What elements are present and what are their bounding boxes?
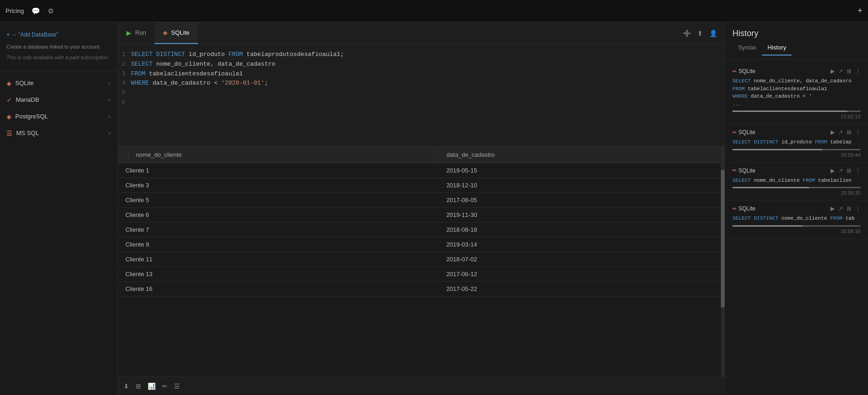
history-progress-bar bbox=[732, 187, 861, 188]
history-grid-icon[interactable]: ⊞ bbox=[847, 167, 851, 174]
history-time: 20:58:16 bbox=[732, 228, 861, 234]
history-open-icon[interactable]: ↗ bbox=[838, 129, 843, 136]
tab-actions: ➕ ⬆ 👤 bbox=[683, 22, 725, 44]
history-entry: ✏ SQLite ▶ ↗ ⊞ ⋮ SELECT nome_do_cliente,… bbox=[725, 63, 868, 124]
add-database-button[interactable]: + → "Add DataBase" bbox=[0, 28, 118, 42]
history-run-icon[interactable]: ▶ bbox=[831, 167, 835, 174]
history-more-icon[interactable]: ⋮ bbox=[855, 68, 861, 74]
history-time: 21:02:19 bbox=[732, 114, 861, 119]
history-entry: ✏ SQLite ▶ ↗ ⊞ ⋮ SELECT DISTINCT id_prod… bbox=[725, 124, 868, 163]
history-grid-icon[interactable]: ⊞ bbox=[847, 205, 851, 212]
tab-share-icon[interactable]: ⬆ bbox=[697, 30, 703, 37]
sidebar-notice: This is only available with a paid subsc… bbox=[0, 52, 118, 67]
history-open-icon[interactable]: ↗ bbox=[838, 68, 843, 74]
history-more-icon[interactable]: ⋮ bbox=[855, 129, 861, 136]
col-header-nome: ⋮ nome_do_cliente bbox=[118, 147, 439, 163]
history-time: 20:59:44 bbox=[732, 152, 861, 158]
history-open-icon[interactable]: ↗ bbox=[838, 167, 843, 174]
col-header-data: data_de_cadastro bbox=[439, 147, 725, 163]
mariadb-label: MariaDB bbox=[16, 96, 39, 103]
history-entry-db: ✏ SQLite bbox=[732, 68, 756, 74]
tab-syntax[interactable]: Syntax bbox=[732, 42, 762, 56]
settings-icon[interactable]: ⚙ bbox=[48, 7, 54, 15]
history-db-icon: ✏ bbox=[732, 167, 737, 173]
history-more-icon[interactable]: ⋮ bbox=[855, 167, 861, 174]
menu-icon[interactable]: ☰ bbox=[174, 383, 180, 390]
table-row: Cliente 112018-07-02 bbox=[118, 252, 725, 267]
history-entry-db: ✏ SQLite bbox=[732, 167, 756, 174]
sidebar-item-mariadb[interactable]: ✓ MariaDB < bbox=[0, 92, 118, 108]
code-line-5: 5 bbox=[118, 88, 725, 98]
mariadb-collapse-icon: < bbox=[108, 97, 111, 103]
history-db-icon: ✏ bbox=[732, 68, 737, 74]
tab-run[interactable]: ▶ Run bbox=[118, 22, 155, 44]
history-open-icon[interactable]: ↗ bbox=[838, 205, 843, 212]
tab-sqlite-label: SQLite bbox=[171, 29, 190, 36]
sqlite-collapse-icon: < bbox=[108, 80, 111, 86]
history-db-icon: ✏ bbox=[732, 130, 737, 136]
sqlite-icon: ◈ bbox=[6, 80, 12, 87]
history-progress-bar bbox=[732, 149, 861, 150]
history-panel: History Syntax History ✏ SQLite ▶ ↗ ⊞ ⋮ … bbox=[725, 22, 868, 395]
sidebar-create-text: Create a database linked to your account… bbox=[0, 42, 118, 52]
sidebar-item-postgresql[interactable]: ◈ PostgreSQL < bbox=[0, 108, 118, 125]
history-tabs: Syntax History bbox=[725, 42, 868, 60]
code-line-4: 4 WHERE data_de_cadastro < '2020-01-01'; bbox=[118, 79, 725, 88]
editor-results: 1 SELECT DISTINCT id_produto FROM tabela… bbox=[118, 44, 725, 395]
tabbar: ▶ Run ◈ SQLite ➕ ⬆ 👤 bbox=[118, 22, 725, 44]
history-progress-bar bbox=[732, 111, 861, 112]
table-row: Cliente 92019-03-14 bbox=[118, 237, 725, 252]
table-row: Cliente 62019-11-30 bbox=[118, 208, 725, 222]
table-row: Cliente 52017-08-05 bbox=[118, 193, 725, 208]
add-tab-button[interactable]: + bbox=[857, 6, 862, 16]
bottom-toolbar: ⬇ ⊞ 📊 ✏ ☰ bbox=[118, 376, 725, 395]
postgresql-label: PostgreSQL bbox=[15, 113, 48, 120]
results-scrollbar[interactable] bbox=[721, 147, 725, 376]
table-row: Cliente 132017-06-12 bbox=[118, 267, 725, 282]
mssql-label: MS SQL bbox=[16, 130, 39, 136]
sidebar-item-mssql[interactable]: ☰ MS SQL < bbox=[0, 125, 118, 142]
tab-sqlite[interactable]: ◈ SQLite bbox=[155, 22, 198, 44]
table-row: Cliente 12019-05-15 bbox=[118, 163, 725, 178]
mariadb-icon: ✓ bbox=[6, 96, 12, 104]
chart-icon[interactable]: 📊 bbox=[148, 383, 155, 390]
sqlite-label: SQLite bbox=[15, 80, 34, 86]
chat-icon[interactable]: 💬 bbox=[31, 7, 40, 15]
tab-sqlite-icon: ◈ bbox=[163, 29, 167, 36]
sidebar: + → "Add DataBase" Create a database lin… bbox=[0, 22, 118, 395]
history-grid-icon[interactable]: ⊞ bbox=[847, 68, 851, 74]
history-db-icon: ✏ bbox=[732, 206, 737, 212]
history-grid-icon[interactable]: ⊞ bbox=[847, 129, 851, 136]
code-line-2: 2 SELECT nome_do_cliente, data_de_cadast… bbox=[118, 60, 725, 69]
content-area: ▶ Run ◈ SQLite ➕ ⬆ 👤 1 SELECT DISTINCT i… bbox=[118, 22, 725, 395]
history-run-icon[interactable]: ▶ bbox=[831, 68, 835, 74]
tab-history[interactable]: History bbox=[762, 42, 792, 56]
brand-label: Pricing bbox=[6, 7, 24, 14]
results-table: ⋮ nome_do_cliente data_de_cadastro Clien… bbox=[118, 147, 725, 296]
history-list: ✏ SQLite ▶ ↗ ⊞ ⋮ SELECT nome_do_cliente,… bbox=[725, 60, 868, 395]
history-run-icon[interactable]: ▶ bbox=[831, 129, 835, 136]
history-entry: ✏ SQLite ▶ ↗ ⊞ ⋮ SELECT nome_do_cliente … bbox=[725, 163, 868, 201]
code-line-1: 1 SELECT DISTINCT id_produto FROM tabela… bbox=[118, 50, 725, 60]
tab-user-icon[interactable]: 👤 bbox=[709, 30, 717, 37]
tab-add-icon[interactable]: ➕ bbox=[683, 30, 691, 37]
mssql-icon: ☰ bbox=[6, 130, 12, 137]
history-more-icon[interactable]: ⋮ bbox=[855, 205, 861, 212]
table-row: Cliente 32018-12-10 bbox=[118, 178, 725, 193]
col-nome-label: nome_do_cliente bbox=[136, 151, 182, 158]
code-line-3: 3 FROM tabelaclientesdesafioaula1 bbox=[118, 69, 725, 79]
table-row: Cliente 72018-08-18 bbox=[118, 222, 725, 237]
sidebar-item-sqlite[interactable]: ◈ SQLite < bbox=[0, 75, 118, 92]
results-table-wrap[interactable]: ⋮ nome_do_cliente data_de_cadastro Clien… bbox=[118, 147, 725, 376]
table-icon[interactable]: ⊞ bbox=[136, 383, 141, 390]
code-editor[interactable]: 1 SELECT DISTINCT id_produto FROM tabela… bbox=[118, 44, 725, 146]
edit-icon[interactable]: ✏ bbox=[162, 383, 167, 390]
history-progress-bar bbox=[732, 225, 861, 227]
history-entry-db: ✏ SQLite bbox=[732, 205, 756, 212]
history-run-icon[interactable]: ▶ bbox=[831, 205, 835, 212]
download-icon[interactable]: ⬇ bbox=[124, 383, 129, 390]
col-drag-handle[interactable]: ⋮ bbox=[125, 151, 131, 158]
history-entry: ✏ SQLite ▶ ↗ ⊞ ⋮ SELECT DISTINCT nome_do… bbox=[725, 201, 868, 239]
results-scrollbar-thumb bbox=[721, 170, 725, 308]
col-data-label: data_de_cadastro bbox=[446, 151, 495, 158]
